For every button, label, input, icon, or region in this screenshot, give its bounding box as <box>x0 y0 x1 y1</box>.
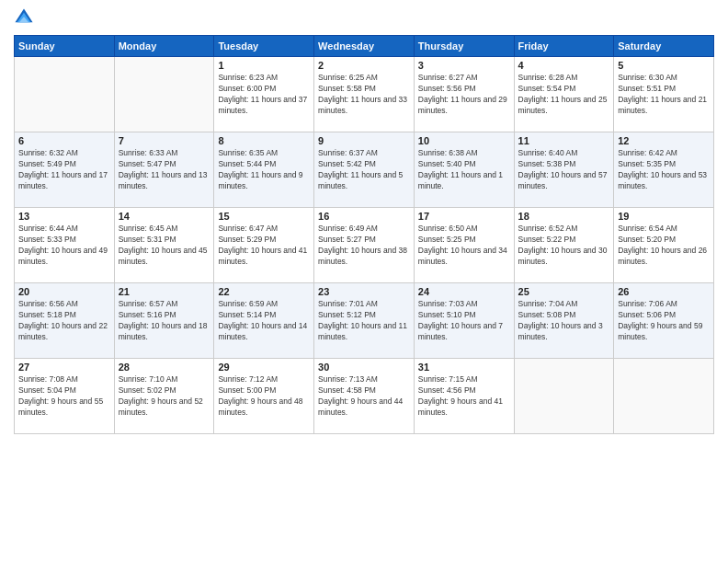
calendar-day-cell: 15Sunrise: 6:47 AM Sunset: 5:29 PM Dayli… <box>214 208 314 283</box>
day-info: Sunrise: 7:12 AM Sunset: 5:00 PM Dayligh… <box>218 374 310 419</box>
day-number: 1 <box>218 60 310 71</box>
calendar-day-header: Thursday <box>414 36 514 57</box>
calendar-day-cell <box>114 57 214 132</box>
day-number: 21 <box>119 286 210 297</box>
day-info: Sunrise: 6:35 AM Sunset: 5:44 PM Dayligh… <box>218 148 310 192</box>
day-info: Sunrise: 6:50 AM Sunset: 5:25 PM Dayligh… <box>418 224 510 268</box>
calendar-day-cell: 7Sunrise: 6:33 AM Sunset: 5:47 PM Daylig… <box>114 132 214 208</box>
day-number: 2 <box>318 60 410 71</box>
calendar-day-cell: 27Sunrise: 7:08 AM Sunset: 5:04 PM Dayli… <box>15 359 115 434</box>
calendar-day-header: Saturday <box>614 36 714 57</box>
day-number: 6 <box>18 135 110 146</box>
calendar-week-row: 6Sunrise: 6:32 AM Sunset: 5:49 PM Daylig… <box>15 132 714 208</box>
calendar-day-cell: 24Sunrise: 7:03 AM Sunset: 5:10 PM Dayli… <box>414 283 514 359</box>
day-info: Sunrise: 6:28 AM Sunset: 5:54 PM Dayligh… <box>518 73 610 117</box>
calendar-week-row: 20Sunrise: 6:56 AM Sunset: 5:18 PM Dayli… <box>15 283 714 359</box>
day-number: 27 <box>18 362 110 373</box>
day-number: 10 <box>418 135 510 146</box>
day-info: Sunrise: 6:57 AM Sunset: 5:16 PM Dayligh… <box>119 299 210 343</box>
day-number: 26 <box>618 286 710 297</box>
day-number: 3 <box>418 60 510 71</box>
calendar-day-cell: 11Sunrise: 6:40 AM Sunset: 5:38 PM Dayli… <box>514 132 614 208</box>
day-info: Sunrise: 7:03 AM Sunset: 5:10 PM Dayligh… <box>418 299 510 343</box>
day-number: 19 <box>618 211 710 222</box>
day-info: Sunrise: 6:54 AM Sunset: 5:20 PM Dayligh… <box>618 224 710 268</box>
calendar-day-cell: 28Sunrise: 7:10 AM Sunset: 5:02 PM Dayli… <box>114 359 214 434</box>
calendar-day-cell: 16Sunrise: 6:49 AM Sunset: 5:27 PM Dayli… <box>314 208 415 283</box>
calendar-week-row: 27Sunrise: 7:08 AM Sunset: 5:04 PM Dayli… <box>15 359 714 434</box>
calendar-day-cell: 31Sunrise: 7:15 AM Sunset: 4:56 PM Dayli… <box>414 359 514 434</box>
calendar-day-cell: 3Sunrise: 6:27 AM Sunset: 5:56 PM Daylig… <box>414 57 514 132</box>
calendar-day-header: Monday <box>114 36 214 57</box>
day-number: 18 <box>518 211 610 222</box>
calendar-day-cell: 23Sunrise: 7:01 AM Sunset: 5:12 PM Dayli… <box>314 283 415 359</box>
day-number: 29 <box>218 362 310 373</box>
day-info: Sunrise: 6:42 AM Sunset: 5:35 PM Dayligh… <box>618 148 710 192</box>
calendar-day-cell: 6Sunrise: 6:32 AM Sunset: 5:49 PM Daylig… <box>15 132 115 208</box>
day-info: Sunrise: 7:01 AM Sunset: 5:12 PM Dayligh… <box>318 299 410 343</box>
day-number: 17 <box>418 211 510 222</box>
calendar-day-cell: 19Sunrise: 6:54 AM Sunset: 5:20 PM Dayli… <box>614 208 714 283</box>
calendar-day-cell: 2Sunrise: 6:25 AM Sunset: 5:58 PM Daylig… <box>314 57 415 132</box>
calendar-day-header: Wednesday <box>314 36 415 57</box>
calendar-day-cell: 10Sunrise: 6:38 AM Sunset: 5:40 PM Dayli… <box>414 132 514 208</box>
day-info: Sunrise: 6:47 AM Sunset: 5:29 PM Dayligh… <box>218 224 310 268</box>
day-info: Sunrise: 6:38 AM Sunset: 5:40 PM Dayligh… <box>418 148 510 192</box>
day-info: Sunrise: 7:06 AM Sunset: 5:06 PM Dayligh… <box>618 299 710 343</box>
calendar-week-row: 13Sunrise: 6:44 AM Sunset: 5:33 PM Dayli… <box>15 208 714 283</box>
calendar-header-row: SundayMondayTuesdayWednesdayThursdayFrid… <box>15 36 714 57</box>
day-number: 23 <box>318 286 410 297</box>
day-number: 4 <box>518 60 610 71</box>
calendar-day-cell: 13Sunrise: 6:44 AM Sunset: 5:33 PM Dayli… <box>15 208 115 283</box>
day-info: Sunrise: 6:33 AM Sunset: 5:47 PM Dayligh… <box>119 148 210 192</box>
page: SundayMondayTuesdayWednesdayThursdayFrid… <box>0 0 728 563</box>
day-info: Sunrise: 6:56 AM Sunset: 5:18 PM Dayligh… <box>18 299 110 343</box>
calendar-day-cell: 29Sunrise: 7:12 AM Sunset: 5:00 PM Dayli… <box>214 359 314 434</box>
calendar-day-cell: 25Sunrise: 7:04 AM Sunset: 5:08 PM Dayli… <box>514 283 614 359</box>
day-info: Sunrise: 7:10 AM Sunset: 5:02 PM Dayligh… <box>119 374 210 419</box>
day-number: 30 <box>318 362 410 373</box>
day-info: Sunrise: 6:32 AM Sunset: 5:49 PM Dayligh… <box>18 148 110 192</box>
day-number: 28 <box>119 362 210 373</box>
calendar-day-header: Tuesday <box>214 36 314 57</box>
calendar-day-cell: 20Sunrise: 6:56 AM Sunset: 5:18 PM Dayli… <box>15 283 115 359</box>
logo-icon <box>14 7 34 28</box>
day-info: Sunrise: 6:27 AM Sunset: 5:56 PM Dayligh… <box>418 73 510 117</box>
day-number: 22 <box>218 286 310 297</box>
day-number: 9 <box>318 135 410 146</box>
calendar-day-header: Sunday <box>15 36 115 57</box>
calendar-day-cell: 5Sunrise: 6:30 AM Sunset: 5:51 PM Daylig… <box>614 57 714 132</box>
day-info: Sunrise: 7:13 AM Sunset: 4:58 PM Dayligh… <box>318 374 410 419</box>
calendar-day-cell: 8Sunrise: 6:35 AM Sunset: 5:44 PM Daylig… <box>214 132 314 208</box>
day-info: Sunrise: 6:25 AM Sunset: 5:58 PM Dayligh… <box>318 73 410 117</box>
calendar-day-cell <box>614 359 714 434</box>
calendar-day-cell: 21Sunrise: 6:57 AM Sunset: 5:16 PM Dayli… <box>114 283 214 359</box>
calendar-day-cell: 12Sunrise: 6:42 AM Sunset: 5:35 PM Dayli… <box>614 132 714 208</box>
day-info: Sunrise: 7:15 AM Sunset: 4:56 PM Dayligh… <box>418 374 510 419</box>
calendar-day-header: Friday <box>514 36 614 57</box>
calendar-day-cell: 9Sunrise: 6:37 AM Sunset: 5:42 PM Daylig… <box>314 132 415 208</box>
day-number: 20 <box>18 286 110 297</box>
calendar-day-cell: 30Sunrise: 7:13 AM Sunset: 4:58 PM Dayli… <box>314 359 415 434</box>
day-number: 13 <box>18 211 110 222</box>
day-info: Sunrise: 6:23 AM Sunset: 6:00 PM Dayligh… <box>218 73 310 117</box>
day-number: 8 <box>218 135 310 146</box>
day-number: 5 <box>618 60 710 71</box>
day-number: 24 <box>418 286 510 297</box>
day-number: 12 <box>618 135 710 146</box>
logo <box>14 9 36 28</box>
day-info: Sunrise: 7:08 AM Sunset: 5:04 PM Dayligh… <box>18 374 110 419</box>
day-info: Sunrise: 6:30 AM Sunset: 5:51 PM Dayligh… <box>618 73 710 117</box>
day-info: Sunrise: 6:44 AM Sunset: 5:33 PM Dayligh… <box>18 224 110 268</box>
header <box>14 9 714 28</box>
day-number: 25 <box>518 286 610 297</box>
calendar-day-cell: 4Sunrise: 6:28 AM Sunset: 5:54 PM Daylig… <box>514 57 614 132</box>
calendar-day-cell: 1Sunrise: 6:23 AM Sunset: 6:00 PM Daylig… <box>214 57 314 132</box>
calendar-day-cell: 17Sunrise: 6:50 AM Sunset: 5:25 PM Dayli… <box>414 208 514 283</box>
day-number: 16 <box>318 211 410 222</box>
day-info: Sunrise: 6:37 AM Sunset: 5:42 PM Dayligh… <box>318 148 410 192</box>
calendar: SundayMondayTuesdayWednesdayThursdayFrid… <box>14 35 714 434</box>
calendar-week-row: 1Sunrise: 6:23 AM Sunset: 6:00 PM Daylig… <box>15 57 714 132</box>
calendar-day-cell: 18Sunrise: 6:52 AM Sunset: 5:22 PM Dayli… <box>514 208 614 283</box>
day-info: Sunrise: 6:52 AM Sunset: 5:22 PM Dayligh… <box>518 224 610 268</box>
